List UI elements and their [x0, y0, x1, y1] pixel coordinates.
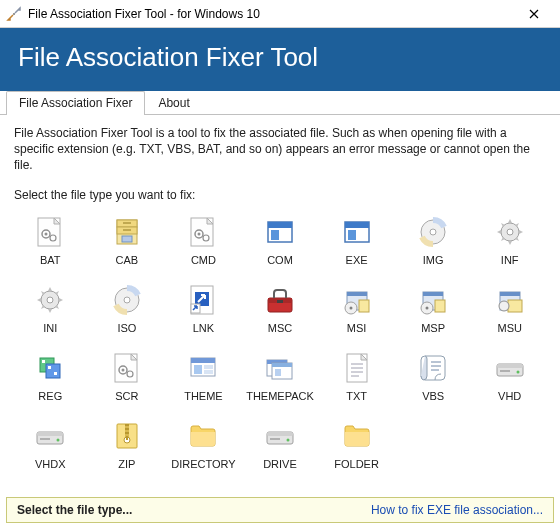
file-type-drive[interactable]: DRIVE: [244, 418, 317, 472]
file-type-label: ZIP: [118, 458, 135, 470]
file-type-reg[interactable]: REG: [14, 350, 87, 404]
drive-icon: [264, 420, 296, 452]
folder-icon: [187, 420, 219, 452]
installer-icon: [341, 284, 373, 316]
file-type-label: FOLDER: [334, 458, 379, 470]
file-type-label: INF: [501, 254, 519, 266]
file-type-scr[interactable]: SCR: [91, 350, 164, 404]
file-type-msi[interactable]: MSI: [320, 282, 393, 336]
text-doc-icon: [341, 352, 373, 384]
file-type-label: LNK: [193, 322, 214, 334]
file-type-msp[interactable]: MSP: [397, 282, 470, 336]
status-left: Select the file type...: [17, 503, 132, 517]
content: File Association Fixer Tool is a tool to…: [0, 115, 560, 478]
file-type-label: TXT: [346, 390, 367, 402]
drive-icon: [494, 352, 526, 384]
theme-icon: [187, 352, 219, 384]
disc-icon: [111, 284, 143, 316]
update-icon: [494, 284, 526, 316]
file-type-label: BAT: [40, 254, 61, 266]
file-type-label: THEMEPACK: [246, 390, 314, 402]
how-to-fix-link[interactable]: How to fix EXE file association...: [371, 503, 543, 517]
file-type-label: VHD: [498, 390, 521, 402]
tab-about[interactable]: About: [145, 91, 202, 115]
window-icon: [341, 216, 373, 248]
file-type-label: COM: [267, 254, 293, 266]
themepack-icon: [264, 352, 296, 384]
svg-point-0: [13, 13, 15, 15]
close-icon: [529, 9, 539, 19]
file-type-msc[interactable]: MSC: [244, 282, 317, 336]
file-type-label: VHDX: [35, 458, 66, 470]
window-title: File Association Fixer Tool - for Window…: [28, 7, 514, 21]
file-type-theme[interactable]: THEME: [167, 350, 240, 404]
file-type-label: DRIVE: [263, 458, 297, 470]
tab-file-association-fixer[interactable]: File Association Fixer: [6, 91, 145, 115]
description-text: File Association Fixer Tool is a tool to…: [14, 125, 546, 174]
gear-doc-icon: [34, 216, 66, 248]
file-type-label: ISO: [117, 322, 136, 334]
file-type-vhd[interactable]: VHD: [473, 350, 546, 404]
file-type-label: SCR: [115, 390, 138, 402]
file-type-label: MSI: [347, 322, 367, 334]
file-type-bat[interactable]: BAT: [14, 214, 87, 268]
gear-doc-icon: [187, 216, 219, 248]
file-type-lnk[interactable]: LNK: [167, 282, 240, 336]
file-type-ini[interactable]: INI: [14, 282, 87, 336]
file-type-msu[interactable]: MSU: [473, 282, 546, 336]
file-type-label: EXE: [346, 254, 368, 266]
cabinet-icon: [111, 216, 143, 248]
file-type-txt[interactable]: TXT: [320, 350, 393, 404]
titlebar: File Association Fixer Tool - for Window…: [0, 0, 560, 28]
shortcut-icon: [187, 284, 219, 316]
file-type-label: INI: [43, 322, 57, 334]
gear-icon: [34, 284, 66, 316]
file-type-label: THEME: [184, 390, 223, 402]
disc-icon: [417, 216, 449, 248]
zip-icon: [111, 420, 143, 452]
file-type-label: CAB: [116, 254, 139, 266]
file-type-label: MSC: [268, 322, 292, 334]
statusbar: Select the file type... How to fix EXE f…: [6, 497, 554, 523]
close-button[interactable]: [514, 0, 554, 27]
file-type-grid: BATCABCMDCOMEXEIMGINFINIISOLNKMSCMSIMSPM…: [14, 214, 546, 472]
file-type-cab[interactable]: CAB: [91, 214, 164, 268]
header: File Association Fixer Tool: [0, 28, 560, 91]
tabstrip: File Association Fixer About: [0, 91, 560, 115]
file-type-themepack[interactable]: THEMEPACK: [244, 350, 317, 404]
folder-icon: [341, 420, 373, 452]
file-type-com[interactable]: COM: [244, 214, 317, 268]
file-type-label: MSU: [497, 322, 521, 334]
file-type-label: REG: [38, 390, 62, 402]
gear-doc-icon: [111, 352, 143, 384]
app-icon: [6, 6, 22, 22]
toolbox-icon: [264, 284, 296, 316]
file-type-label: CMD: [191, 254, 216, 266]
script-icon: [417, 352, 449, 384]
file-type-vbs[interactable]: VBS: [397, 350, 470, 404]
file-type-zip[interactable]: ZIP: [91, 418, 164, 472]
file-type-vhdx[interactable]: VHDX: [14, 418, 87, 472]
file-type-directory[interactable]: DIRECTORY: [167, 418, 240, 472]
file-type-label: MSP: [421, 322, 445, 334]
file-type-iso[interactable]: ISO: [91, 282, 164, 336]
installer-icon: [417, 284, 449, 316]
gear-icon: [494, 216, 526, 248]
window-icon: [264, 216, 296, 248]
file-type-folder[interactable]: FOLDER: [320, 418, 393, 472]
file-type-label: IMG: [423, 254, 444, 266]
file-type-img[interactable]: IMG: [397, 214, 470, 268]
registry-icon: [34, 352, 66, 384]
file-type-cmd[interactable]: CMD: [167, 214, 240, 268]
file-type-inf[interactable]: INF: [473, 214, 546, 268]
file-type-label: DIRECTORY: [171, 458, 235, 470]
file-type-exe[interactable]: EXE: [320, 214, 393, 268]
app-title: File Association Fixer Tool: [18, 42, 542, 73]
file-type-label: VBS: [422, 390, 444, 402]
drive-icon: [34, 420, 66, 452]
select-prompt: Select the file type you want to fix:: [14, 188, 546, 202]
